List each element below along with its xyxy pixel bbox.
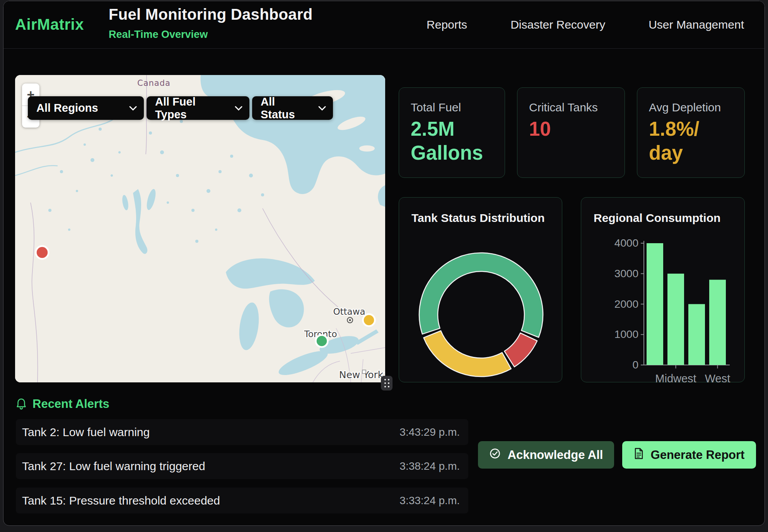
donut-segment-critical — [504, 333, 537, 367]
document-icon — [634, 448, 644, 462]
page-subtitle: Real-Time Overview — [109, 29, 312, 41]
bar-region-1 — [667, 274, 684, 365]
page-title: Fuel Monitoring Dashboard — [109, 6, 312, 23]
alert-timestamp: 3:33:24 p.m. — [399, 494, 460, 507]
fuel-map[interactable]: Canada Ottawa Toronto New York + − — [15, 75, 385, 382]
nav-item-user-management[interactable]: User Management — [649, 18, 744, 31]
alerts-section-title: Recent Alerts — [32, 397, 109, 411]
alert-list-item[interactable]: Tank 15: Pressure threshold exceeded 3:3… — [16, 488, 468, 513]
alert-timestamp: 3:43:29 p.m. — [399, 426, 460, 438]
generate-report-label: Generate Report — [651, 448, 745, 462]
city-label-new-york: New York — [339, 369, 384, 380]
donut-segment-warning — [423, 331, 511, 377]
kpi-card-total-fuel: Total Fuel 2.5MGallons — [399, 87, 505, 178]
app-logo: AirMatrix — [15, 16, 84, 33]
city-label-ottawa: Ottawa — [333, 307, 365, 317]
kpi-value: 10 — [529, 117, 551, 141]
tank-status-donut-chart — [399, 198, 563, 383]
regional-consumption-bar-chart: 01000200030004000MidwestWest — [581, 198, 745, 383]
bar-region-2 — [688, 304, 705, 365]
check-circle-icon — [489, 448, 501, 462]
alert-text: Tank 2: Low fuel warning — [22, 426, 150, 439]
map-filters: All Regions All Fuel Types All Status — [28, 96, 333, 120]
y-tick-label: 1000 — [614, 328, 638, 340]
kpi-value: 2.5MGallons — [411, 117, 483, 165]
alert-text: Tank 27: Low fuel warning triggered — [22, 460, 205, 473]
tank-status-distribution-card: Tank Status Distribution — [399, 197, 562, 382]
chevron-down-icon — [129, 106, 137, 111]
kpi-card-critical-tanks: Critical Tanks 10 — [517, 87, 625, 178]
bar-region-0 — [647, 243, 663, 365]
map-drag-handle-icon[interactable] — [381, 376, 393, 390]
tank-marker-critical[interactable] — [36, 246, 49, 259]
donut-segment-normal — [419, 253, 543, 338]
kpi-card-avg-depletion: Avg Depletion 1.8%/day — [637, 87, 745, 178]
status-filter-select[interactable]: All Status — [252, 96, 333, 120]
map-canvas: Canada Ottawa Toronto New York — [15, 75, 385, 382]
generate-report-button[interactable]: Generate Report — [622, 441, 756, 469]
city-marker-new-york — [362, 370, 366, 373]
title-block: Fuel Monitoring Dashboard Real-Time Over… — [109, 6, 312, 41]
acknowledge-all-label: Acknowledge All — [508, 448, 603, 462]
fuel-type-filter-select[interactable]: All Fuel Types — [147, 96, 249, 120]
y-tick-label: 4000 — [614, 237, 638, 249]
chevron-down-icon — [318, 106, 326, 111]
region-filter-select[interactable]: All Regions — [28, 96, 144, 120]
kpi-value: 1.8%/day — [649, 117, 699, 165]
alert-list-item[interactable]: Tank 27: Low fuel warning triggered 3:38… — [16, 453, 468, 479]
nav-item-reports[interactable]: Reports — [427, 18, 467, 31]
kpi-label: Critical Tanks — [529, 101, 598, 114]
header: AirMatrix Fuel Monitoring Dashboard Real… — [3, 1, 765, 49]
status-filter-value: All Status — [261, 95, 308, 121]
tank-marker-warning[interactable] — [363, 314, 375, 326]
kpi-label: Avg Depletion — [649, 101, 721, 114]
bell-icon — [16, 398, 26, 412]
y-tick-label: 0 — [632, 359, 638, 371]
dashboard-panel: AirMatrix Fuel Monitoring Dashboard Real… — [3, 1, 765, 526]
country-label-canada: Canada — [137, 78, 171, 88]
acknowledge-all-button[interactable]: Acknowledge All — [478, 441, 614, 469]
x-tick-label: West — [705, 372, 730, 383]
bar-region-3 — [709, 280, 726, 365]
fuel-type-filter-value: All Fuel Types — [155, 95, 225, 121]
kpi-label: Total Fuel — [411, 101, 461, 114]
alert-text: Tank 15: Pressure threshold exceeded — [22, 494, 220, 507]
regional-consumption-card: Regional Consumption 01000200030004000Mi… — [581, 197, 745, 382]
x-tick-label: Midwest — [655, 372, 696, 383]
y-tick-label: 3000 — [614, 268, 638, 280]
chevron-down-icon — [235, 106, 242, 111]
nav-item-disaster-recovery[interactable]: Disaster Recovery — [510, 18, 605, 31]
alert-list-item[interactable]: Tank 2: Low fuel warning 3:43:29 p.m. — [16, 419, 468, 445]
y-tick-label: 2000 — [614, 298, 638, 310]
alert-timestamp: 3:38:24 p.m. — [399, 460, 460, 472]
main-nav: Reports Disaster Recovery User Managemen… — [427, 1, 744, 48]
region-filter-value: All Regions — [36, 102, 98, 114]
tank-marker-normal[interactable] — [316, 335, 328, 347]
